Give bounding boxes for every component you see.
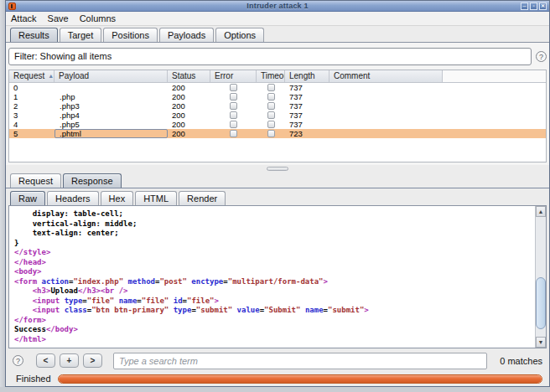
cell-status: 200 [168,92,210,101]
column-header-request[interactable]: Request▲ [9,70,54,82]
cell-timeout [257,111,285,120]
code-line: <form action="index.php" method="post" e… [14,277,535,287]
cell-request: 4 [9,120,54,129]
cell-request: 3 [9,111,54,120]
tab-response[interactable]: Response [63,173,122,188]
tab-hex[interactable]: Hex [101,191,134,205]
search-prev-button[interactable]: < [36,353,55,368]
progress-fill [59,375,542,383]
response-raw-view: display: table-cell; vertical-align: mid… [8,205,547,348]
cell-timeout [257,92,285,101]
vertical-scrollbar[interactable]: ▲ ▼ [535,206,546,348]
cell-payload [54,83,168,92]
cell-payload: .php [54,92,168,101]
table-row[interactable]: 0200737 [9,83,546,92]
column-header-payload[interactable]: Payload [54,70,168,82]
cell-length: 737 [285,111,329,120]
tab-options[interactable]: Options [215,28,264,42]
menu-attack[interactable]: Attack [11,13,37,23]
error-checkbox[interactable] [230,84,237,91]
results-table: Request▲PayloadStatusErrorTimeoutLengthC… [8,70,547,162]
cell-error [210,129,257,138]
message-tab-bar: RequestResponse [6,172,549,188]
error-checkbox[interactable] [230,111,237,119]
status-bar: Finished [6,373,549,386]
progress-bar [58,374,542,384]
error-checkbox[interactable] [230,121,237,128]
code-line: </style> [14,248,535,258]
cell-error [210,120,257,129]
timeout-checkbox[interactable] [267,121,275,128]
error-checkbox[interactable] [230,102,237,110]
timeout-checkbox[interactable] [267,130,275,137]
table-body: 02007371.php2007372.php32007373.php42007… [9,83,546,162]
cell-comment [329,101,443,111]
table-row[interactable]: 2.php3200737 [9,101,546,111]
cell-comment [329,120,443,129]
cell-request: 2 [9,101,54,111]
filter-bar[interactable]: Filter: Showing all items [8,48,532,65]
tab-positions[interactable]: Positions [103,28,158,42]
response-raw-text[interactable]: display: table-cell; vertical-align: mid… [9,206,535,348]
scroll-up-icon[interactable]: ▲ [536,206,546,217]
timeout-checkbox[interactable] [267,111,275,119]
tab-render[interactable]: Render [179,191,226,205]
splitter-handle[interactable] [267,167,288,171]
code-line: display: table-cell; [14,209,535,219]
column-header-comment[interactable]: Comment [329,70,443,82]
tab-html[interactable]: HTML [135,191,177,205]
search-help-icon[interactable]: ? [13,355,23,366]
code-line: <input type="file" name="file" id="file"… [14,297,535,307]
error-checkbox[interactable] [230,130,237,137]
menu-columns[interactable]: Columns [80,13,116,23]
table-row[interactable]: 3.php4200737 [9,111,546,120]
cell-comment [329,92,443,101]
tab-request[interactable]: Request [10,173,61,188]
intruder-attack-window: Intruder attack 1 ─ ▫ ✕ AttackSaveColumn… [5,0,550,387]
timeout-checkbox[interactable] [267,84,275,91]
cell-length: 737 [285,120,329,129]
error-checkbox[interactable] [230,93,237,101]
cell-length: 737 [285,92,329,101]
table-row[interactable]: 4.php5200737 [9,120,546,129]
code-line: </html> [14,335,535,345]
column-header-length[interactable]: Length [285,70,329,82]
cell-timeout [257,101,285,111]
tab-results[interactable]: Results [10,28,58,42]
tab-headers[interactable]: Headers [47,191,99,205]
cell-status: 200 [168,129,210,138]
view-tab-bar: RawHeadersHexHTMLRender [6,188,549,205]
code-line: text-align: center; [14,229,535,239]
tab-target[interactable]: Target [60,28,102,42]
scroll-down-icon[interactable]: ▼ [536,337,546,348]
cell-status: 200 [168,83,210,92]
filter-row: Filter: Showing all items ? [8,46,547,66]
cell-timeout [257,83,285,92]
column-header-status[interactable]: Status [168,70,210,82]
cell-comment [329,111,443,120]
search-input[interactable] [113,353,487,369]
help-icon[interactable]: ? [536,51,547,62]
search-next-button[interactable]: > [83,353,102,368]
timeout-checkbox[interactable] [267,102,275,110]
cell-timeout [257,120,285,129]
cell-length: 737 [285,101,329,111]
code-line: </head> [14,258,535,268]
search-add-button[interactable]: + [60,353,79,368]
timeout-checkbox[interactable] [267,93,275,101]
table-row[interactable]: 5.phtml200723 [9,129,546,138]
column-header-error[interactable]: Error [210,70,257,82]
status-label: Finished [16,374,58,384]
table-row[interactable]: 1.php200737 [9,92,546,101]
column-header-timeout[interactable]: Timeout [257,70,285,82]
menu-save[interactable]: Save [48,13,69,23]
sort-ascending-icon: ▲ [48,73,54,79]
scrollbar-thumb[interactable] [536,277,546,329]
match-count: 0 matches [500,356,542,366]
splitter[interactable] [6,165,549,172]
scrollbar-track[interactable] [536,217,546,337]
tab-payloads[interactable]: Payloads [159,28,214,42]
title-bar[interactable]: Intruder attack 1 ─ ▫ ✕ [6,1,549,12]
tab-raw[interactable]: Raw [10,191,45,205]
cell-payload: .php3 [54,101,168,111]
